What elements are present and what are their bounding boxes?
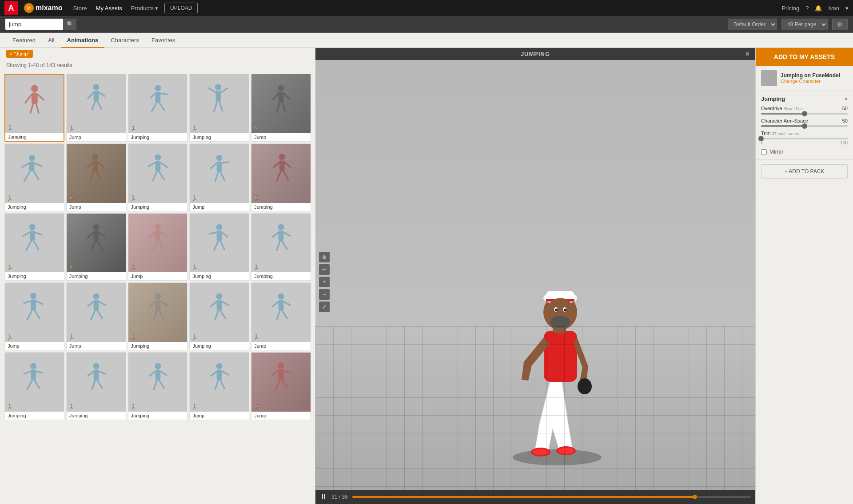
zoom-out-button[interactable]: − [319, 289, 330, 300]
grid-item-jumping-18[interactable]: 🏃 Jumping [128, 282, 188, 350]
overdrive-label: Overdrive Slow / Fast 50 [761, 106, 848, 111]
sort-select[interactable]: Default Order [728, 19, 777, 30]
grid-item-jump-5[interactable]: 🏃 Jump [251, 74, 311, 142]
pricing-link[interactable]: Pricing [781, 5, 799, 12]
change-character-link[interactable]: Change Character [781, 79, 840, 84]
svg-line-140 [211, 371, 217, 376]
section-close-button[interactable]: × [844, 95, 848, 102]
playback-progress[interactable] [352, 496, 751, 498]
grid-item-jumping-10[interactable]: 🏃 Jumping [251, 143, 311, 211]
grid-item-jumping-19[interactable]: 🏃 Jumping [189, 282, 249, 350]
svg-point-132 [155, 363, 161, 369]
grid-item-jumping-3[interactable]: 🏃 Jumping [128, 74, 188, 142]
svg-line-105 [160, 302, 167, 305]
tab-all[interactable]: All [42, 33, 60, 48]
trim-slider[interactable] [761, 138, 848, 139]
tab-featured[interactable]: Featured [6, 33, 42, 48]
svg-line-142 [215, 380, 218, 389]
grid-item-jump-7[interactable]: 🏃 Jump [66, 143, 126, 211]
tab-favorites[interactable]: Favorites [145, 33, 181, 48]
undo-button[interactable]: ↩ [319, 264, 330, 275]
grid-item-label: Jump [190, 203, 249, 211]
svg-rect-91 [31, 300, 36, 310]
playback-bar: ⏸ 31 / 36 [315, 490, 755, 504]
grid-item-jumping-1[interactable]: 🏃 Jumping [4, 74, 64, 142]
trim-label: Trim 37 total frames [761, 131, 848, 136]
my-assets-nav-link[interactable]: My Assets [93, 5, 125, 12]
viewport-close-button[interactable]: × [745, 50, 750, 58]
add-to-pack-button[interactable]: + ADD TO PACK [761, 164, 848, 179]
svg-line-92 [24, 301, 31, 303]
tab-animations[interactable]: Animations [61, 33, 105, 48]
svg-rect-7 [93, 91, 99, 101]
grid-item-jump-17[interactable]: 🏃 Jump [66, 282, 126, 350]
svg-point-126 [93, 363, 99, 369]
grid-item-jump-20[interactable]: 🏃 Jump [251, 282, 311, 350]
expand-button[interactable]: ⤢ [319, 302, 330, 312]
grid-item-jump-16[interactable]: 🏃 Jump [4, 282, 64, 350]
svg-line-100 [91, 310, 95, 320]
grid-item-jumping-4[interactable]: 🏃 Jumping [189, 74, 249, 142]
svg-line-112 [215, 310, 218, 320]
grid-item-jump-13[interactable]: 🏃 Jump [128, 213, 188, 281]
grid-item-jumping-14[interactable]: 🏃 Jumping [189, 213, 249, 281]
svg-point-18 [215, 84, 221, 90]
tab-characters[interactable]: Characters [104, 33, 145, 48]
properties-panel: ADD TO MY ASSETS Jumping on FuseModel Ch… [755, 48, 853, 504]
upload-button[interactable]: UPLOAD [164, 3, 198, 13]
settings-button[interactable]: ⚙ [832, 19, 848, 30]
walk-icon: 🏃 [7, 334, 13, 340]
grid-item-jumping-23[interactable]: 🏃 Jumping [128, 352, 188, 420]
grid-item-jumping-11[interactable]: 🏃 Jumping [4, 213, 64, 281]
svg-line-81 [222, 232, 228, 237]
bell-icon[interactable]: 🔔 [815, 5, 822, 12]
products-nav-link[interactable]: Products ▾ [128, 5, 161, 12]
viewport-canvas[interactable]: ⊕ ↩ + − ⤢ [315, 60, 755, 504]
svg-line-148 [276, 380, 280, 389]
svg-line-76 [154, 241, 157, 250]
grid-item-jump-24[interactable]: 🏃 Jump [189, 352, 249, 420]
zoom-in-button[interactable]: + [319, 277, 330, 287]
grid-item-jumping-21[interactable]: 🏃 Jumping [4, 352, 64, 420]
grid-item-jumping-15[interactable]: 🏃 Jumping [251, 213, 311, 281]
add-to-assets-button[interactable]: ADD TO MY ASSETS [756, 48, 853, 66]
per-page-select[interactable]: 48 Per page [781, 19, 828, 30]
grid-item-jumping-8[interactable]: 🏃 Jumping [128, 143, 188, 211]
help-icon[interactable]: ? [805, 5, 809, 12]
search-input[interactable] [5, 19, 63, 30]
svg-line-124 [27, 380, 32, 389]
svg-line-80 [210, 232, 217, 234]
frame-counter: 31 / 36 [331, 494, 348, 500]
grid-item-jump-25[interactable]: 🏃 Jump [251, 352, 311, 420]
svg-point-6 [93, 84, 99, 90]
walk-icon: 🏃 [68, 265, 75, 270]
svg-line-38 [87, 162, 92, 168]
mirror-label: Mirror [769, 149, 783, 155]
svg-point-24 [278, 85, 284, 91]
viewport-controls: ⊕ ↩ + − ⤢ [319, 252, 330, 312]
mirror-checkbox[interactable] [761, 149, 767, 155]
svg-line-29 [282, 102, 285, 111]
filter-tag[interactable]: × "Jump" [6, 50, 33, 58]
grid-item-jump-2[interactable]: 🏃 Jump [66, 74, 126, 142]
user-menu[interactable]: Ivan [828, 5, 839, 12]
walk-icon: 🏃 [130, 404, 136, 410]
svg-point-30 [29, 155, 35, 161]
zoom-reset-button[interactable]: ⊕ [319, 252, 330, 262]
grid-item-jumping-12[interactable]: 🏃 Jumping [66, 213, 126, 281]
walk-icon: 🏃 [68, 126, 75, 131]
grid-item-jumping-22[interactable]: 🏃 Jumping [66, 352, 126, 420]
walk-icon: 🏃 [130, 195, 136, 201]
character-name: Jumping on FuseModel [781, 72, 840, 79]
grid-item-label: Jump [67, 203, 126, 211]
grid-item-label: Jumping [128, 203, 187, 211]
grid-item-jumping-6[interactable]: 🏃 Jumping [4, 143, 64, 211]
arm-space-slider[interactable] [761, 125, 848, 127]
overdrive-slider[interactable] [761, 113, 848, 115]
pause-button[interactable]: ⏸ [320, 493, 327, 501]
store-nav-link[interactable]: Store [70, 5, 89, 12]
grid-item-jump-9[interactable]: 🏃 Jump [189, 143, 249, 211]
svg-point-150 [513, 449, 602, 465]
logo-icon: M [24, 3, 34, 13]
search-button[interactable]: 🔍 [63, 19, 76, 30]
